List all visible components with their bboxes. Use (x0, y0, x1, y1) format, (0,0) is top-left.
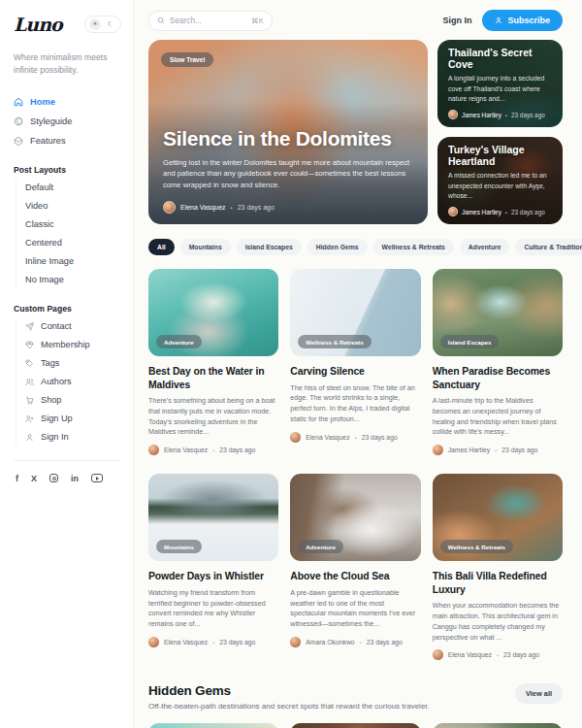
sidebar-item-label: Membership (41, 340, 90, 349)
hero-excerpt: Getting lost in the winter Dolomites tau… (163, 157, 413, 191)
post-card[interactable]: Adventure Above the Cloud Sea A pre-dawn… (290, 474, 420, 660)
post-title: Turkey's Village Heartland (448, 144, 552, 167)
post-title[interactable]: When Paradise Becomes Sanctuary (433, 365, 563, 391)
view-all-button[interactable]: View all (515, 683, 563, 704)
sidebar-item-features[interactable]: Features (14, 131, 121, 150)
category-badge[interactable]: Mountains (156, 540, 202, 553)
x-icon[interactable]: X (31, 474, 37, 483)
user-plus-icon (25, 414, 34, 423)
hero-side-post[interactable]: Thailand's Secret Cove A longtail journe… (437, 40, 563, 127)
post-card[interactable]: Island Escapes When Paradise Becomes San… (433, 269, 563, 455)
author-name: Elena Vasquez (306, 434, 349, 441)
post-byline: Elena Vasquez 23 days ago (433, 649, 563, 660)
hero-featured-post[interactable]: Slow Travel Silence in the Dolomites Get… (148, 40, 428, 224)
post-title[interactable]: Powder Days in Whistler (148, 570, 278, 583)
sidebar-item-video[interactable]: Video (25, 197, 121, 215)
post-excerpt: When your accommodation becomes the main… (433, 601, 563, 643)
subscribe-button[interactable]: Subscribe (482, 10, 563, 31)
avatar (148, 445, 159, 455)
post-card[interactable]: Wellness & Retreats This Bali Villa Rede… (433, 474, 563, 660)
filter-island-escapes[interactable]: Island Escapes (237, 239, 302, 255)
sidebar-item-label: Shop (41, 395, 61, 405)
sidebar-item-home[interactable]: Home (14, 92, 121, 112)
users-icon (25, 378, 34, 386)
filter-mountains[interactable]: Mountains (180, 239, 231, 255)
sidebar-item-inline-image[interactable]: Inline Image (25, 252, 121, 271)
post-card[interactable]: Wellness & Retreats Carving Silence The … (290, 269, 420, 455)
filter-hidden-gems[interactable]: Hidden Gems (307, 239, 368, 255)
author-name: Elena Vasquez (164, 447, 208, 453)
sidebar-item-contact[interactable]: Contact (25, 317, 121, 336)
hero-side-post[interactable]: Turkey's Village Heartland A missed conn… (437, 137, 563, 224)
home-icon (14, 97, 23, 107)
post-title[interactable]: Above the Cloud Sea (290, 570, 420, 583)
category-badge[interactable]: Island Escapes (440, 335, 500, 348)
search-box[interactable]: ⌘K (148, 11, 273, 31)
sidebar-item-label: Features (30, 136, 66, 146)
post-byline: James Hartley 23 days ago (448, 110, 552, 119)
search-input[interactable] (170, 17, 246, 25)
category-filters: All Mountains Island Escapes Hidden Gems… (148, 239, 563, 255)
author-name: James Hartley (462, 209, 501, 215)
post-date: 23 days ago (238, 204, 275, 211)
theme-toggle[interactable]: ☀ ☾ (84, 16, 121, 33)
post-date: 23 days ago (511, 112, 545, 118)
filter-all[interactable]: All (148, 239, 175, 255)
filter-adventure[interactable]: Adventure (460, 239, 510, 255)
facebook-icon[interactable]: f (16, 474, 18, 483)
filter-wellness-retreats[interactable]: Wellness & Retreats (373, 239, 454, 255)
post-card[interactable]: Mountains Powder Days in Whistler Watchi… (148, 474, 278, 660)
sidebar-item-sign-in[interactable]: Sign In (25, 428, 121, 447)
sidebar-item-default[interactable]: Default (25, 179, 121, 197)
sidebar-item-label: Tags (41, 358, 59, 368)
post-title[interactable]: Carving Silence (290, 365, 420, 379)
category-badge[interactable]: Adventure (298, 540, 343, 553)
gem-card[interactable]: Hidden Gems (433, 723, 563, 728)
sidebar-item-shop[interactable]: Shop (25, 391, 121, 410)
sidebar-item-styleguide[interactable]: Styleguide (14, 112, 121, 131)
moon-icon[interactable]: ☾ (105, 18, 116, 30)
post-title[interactable]: This Bali Villa Redefined Luxury (433, 570, 563, 596)
search-shortcut: ⌘K (251, 17, 264, 25)
sun-icon[interactable]: ☀ (89, 18, 101, 30)
post-image: Mountains (148, 474, 278, 561)
sidebar-item-classic[interactable]: Classic (25, 215, 121, 234)
linkedin-icon[interactable]: in (71, 474, 79, 483)
sidebar-item-no-image[interactable]: No Image (25, 271, 121, 289)
gem-card[interactable]: Culture & Traditions (290, 723, 420, 728)
custom-pages-list: Contact Membership Tags Authors Shop (16, 317, 121, 447)
post-excerpt: A last-minute trip to the Maldives becom… (433, 396, 563, 438)
main-content: ⌘K Sign In Subscribe Slow Travel Silence… (135, 0, 582, 728)
category-badge[interactable]: Wellness & Retreats (440, 540, 513, 553)
post-date: 23 days ago (219, 639, 255, 645)
post-excerpt: A pre-dawn gamble in questionable weathe… (290, 588, 420, 630)
sidebar-item-centered[interactable]: Centered (25, 234, 121, 252)
category-badge[interactable]: Adventure (156, 335, 202, 348)
sidebar-item-sign-up[interactable]: Sign Up (25, 410, 121, 428)
tag-icon (25, 359, 34, 368)
filter-culture-traditions[interactable]: Culture & Traditions (515, 239, 582, 255)
hero-category-badge[interactable]: Slow Travel (161, 52, 213, 67)
post-layouts-heading: Post Layouts (14, 165, 121, 175)
post-image: Wellness & Retreats (433, 474, 563, 561)
post-date: 23 days ago (503, 651, 539, 658)
avatar (433, 445, 443, 455)
post-title[interactable]: Best Day on the Water in Maldives (148, 365, 278, 391)
youtube-icon[interactable] (91, 474, 103, 483)
author-name: Amara Okonkwo (306, 639, 354, 645)
gem-icon (25, 341, 34, 349)
sidebar-item-tags[interactable]: Tags (25, 354, 121, 373)
paper-plane-icon (25, 322, 34, 331)
sidebar-item-membership[interactable]: Membership (25, 336, 121, 354)
tagline: Where minimalism meets infinite possibil… (14, 51, 121, 77)
post-date: 23 days ago (362, 434, 398, 441)
logo[interactable]: Luno (14, 14, 62, 35)
sign-in-link[interactable]: Sign In (442, 16, 471, 25)
post-excerpt: Watching my friend transform from terrif… (148, 588, 278, 630)
gem-card[interactable]: Hidden Gems (148, 723, 278, 728)
sidebar-item-authors[interactable]: Authors (25, 373, 121, 391)
category-badge[interactable]: Wellness & Retreats (298, 335, 371, 348)
avatar (290, 637, 301, 647)
post-card[interactable]: Adventure Best Day on the Water in Maldi… (148, 269, 278, 455)
instagram-icon[interactable] (49, 474, 58, 483)
